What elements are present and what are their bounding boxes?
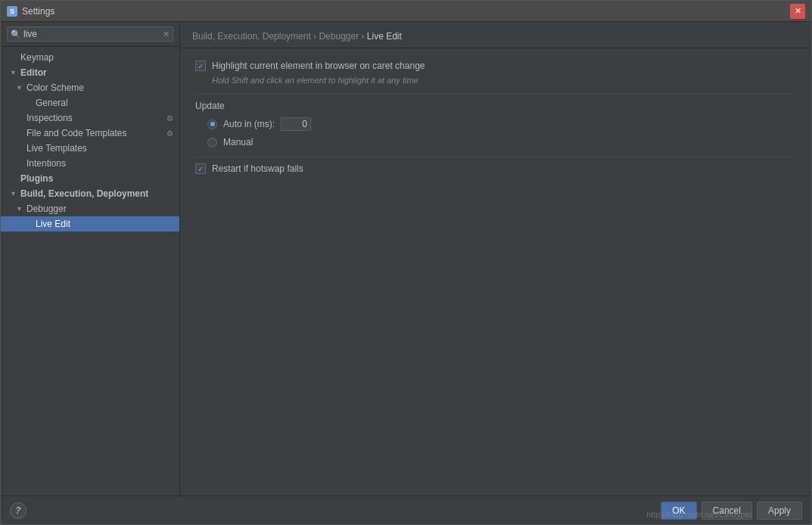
title-bar-left: S Settings	[7, 6, 54, 17]
sidebar-label-debugger: Debugger	[26, 203, 67, 214]
breadcrumb-active: Live Edit	[367, 31, 402, 42]
radio-manual[interactable]	[207, 138, 217, 148]
update-label: Update	[195, 101, 796, 111]
checkbox-hotswap-label: Restart if hotswap fails	[212, 163, 303, 174]
hotswap-separator	[195, 157, 796, 157]
sidebar-label-build: Build, Execution, Deployment	[20, 188, 148, 199]
hint-text: Hold Shift and click an element to highl…	[212, 76, 796, 85]
sidebar-item-keymap[interactable]: Keymap	[1, 50, 179, 65]
sidebar-item-live-templates[interactable]: Live Templates	[1, 141, 179, 156]
arrow-build: ▼	[10, 190, 17, 197]
breadcrumb-part1: Build, Execution, Deployment	[192, 31, 311, 42]
sidebar-label-plugins: Plugins	[20, 173, 53, 184]
sidebar-label-general: General	[36, 98, 68, 108]
close-button[interactable]: ✕	[790, 4, 805, 19]
inspections-badge: ⚙	[166, 114, 173, 123]
sidebar-item-build-execution[interactable]: ▼ Build, Execution, Deployment	[1, 186, 179, 201]
checkbox-highlight[interactable]	[195, 61, 206, 71]
arrow-color-scheme: ▼	[16, 84, 23, 92]
radio-auto-row: Auto in (ms):	[207, 117, 796, 131]
sidebar-item-color-scheme[interactable]: ▼ Color Scheme	[1, 80, 179, 95]
sidebar-label-file-code-templates: File and Code Templates	[26, 128, 127, 138]
arrow-debugger: ▼	[16, 205, 23, 213]
sidebar: 🔍 ✕ Keymap ▼ Editor ▼ Color Scheme	[1, 22, 180, 495]
breadcrumb-arrow1: ›	[313, 31, 316, 42]
sidebar-item-inspections[interactable]: Inspections ⚙	[1, 110, 179, 126]
file-templates-badge: ⚙	[166, 129, 173, 138]
breadcrumb-arrow2: ›	[362, 31, 365, 42]
breadcrumb: Build, Execution, Deployment › Debugger …	[180, 22, 811, 48]
sidebar-item-general[interactable]: General	[1, 95, 179, 110]
window-title: Settings	[22, 6, 54, 17]
checkbox-hotswap-row: Restart if hotswap fails	[195, 163, 796, 174]
sidebar-label-color-scheme: Color Scheme	[26, 82, 84, 93]
sidebar-label-intentions: Intentions	[26, 158, 66, 169]
sidebar-item-intentions[interactable]: Intentions	[1, 156, 179, 171]
sidebar-item-plugins[interactable]: Plugins	[1, 171, 179, 186]
checkbox-highlight-row: Highlight current element in browser on …	[195, 61, 796, 71]
title-bar: S Settings ✕	[1, 1, 811, 22]
sidebar-item-live-edit[interactable]: Live Edit	[1, 216, 179, 231]
sidebar-label-live-templates: Live Templates	[26, 143, 87, 154]
main-content: 🔍 ✕ Keymap ▼ Editor ▼ Color Scheme	[1, 22, 811, 495]
apply-button[interactable]: Apply	[757, 502, 802, 520]
search-input[interactable]	[23, 29, 163, 39]
arrow-editor: ▼	[10, 69, 17, 76]
sidebar-label-inspections: Inspections	[26, 113, 73, 123]
sidebar-tree: Keymap ▼ Editor ▼ Color Scheme General I…	[1, 47, 179, 495]
search-icon: 🔍	[11, 30, 21, 39]
radio-auto-label: Auto in (ms):	[223, 119, 275, 129]
help-button[interactable]: ?	[10, 502, 26, 519]
sidebar-item-file-code-templates[interactable]: File and Code Templates ⚙	[1, 126, 179, 141]
app-icon: S	[7, 6, 17, 17]
auto-ms-input[interactable]	[281, 117, 311, 131]
sidebar-label-keymap: Keymap	[20, 52, 54, 63]
update-separator	[195, 94, 796, 95]
sidebar-label-editor: Editor	[20, 67, 47, 78]
search-clear-icon[interactable]: ✕	[163, 30, 170, 39]
watermark: http://blog.csdn.net/Cindypin	[646, 510, 751, 519]
checkbox-highlight-label: Highlight current element in browser on …	[212, 61, 425, 71]
sidebar-item-debugger[interactable]: ▼ Debugger	[1, 201, 179, 216]
radio-group: Auto in (ms): Manual	[207, 117, 796, 148]
settings-window: S Settings ✕ 🔍 ✕ Keymap	[0, 0, 812, 525]
sidebar-item-editor[interactable]: ▼ Editor	[1, 65, 179, 80]
content-area: Build, Execution, Deployment › Debugger …	[180, 22, 811, 495]
search-input-wrapper: 🔍 ✕	[7, 26, 173, 42]
radio-manual-label: Manual	[223, 137, 253, 148]
settings-panel: Highlight current element in browser on …	[180, 48, 811, 495]
radio-manual-row: Manual	[207, 137, 796, 148]
radio-auto[interactable]	[207, 120, 217, 129]
search-bar: 🔍 ✕	[1, 22, 179, 47]
breadcrumb-part2: Debugger	[319, 31, 359, 42]
sidebar-label-live-edit: Live Edit	[36, 219, 70, 229]
checkbox-hotswap[interactable]	[195, 163, 206, 174]
